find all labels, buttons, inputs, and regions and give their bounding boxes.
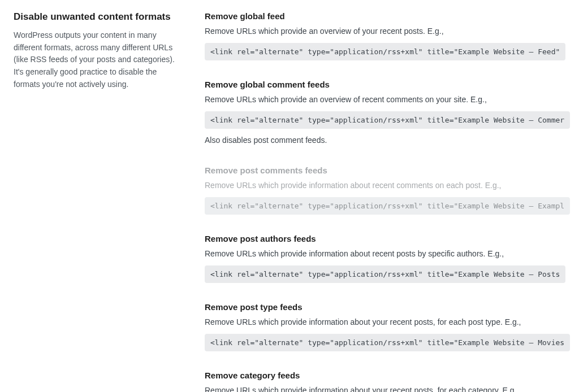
setting-description: Remove URLs which provide information ab… (205, 316, 570, 328)
setting-post-type-feeds: Remove post type feedsRemove URLs which … (205, 302, 565, 351)
setting-description: Remove URLs which provide information ab… (205, 385, 570, 392)
settings-list: Remove global feedRemove URLs which prov… (205, 11, 565, 392)
setting-title: Remove post comments feeds (205, 165, 570, 175)
setting-title: Remove post authors feeds (205, 234, 565, 243)
setting-title: Remove global feed (205, 11, 565, 21)
setting-category-feeds: Remove category feedsRemove URLs which p… (205, 371, 565, 392)
setting-global-feed: Remove global feedRemove URLs which prov… (205, 11, 565, 60)
setting-description: Remove URLs which provide information ab… (205, 180, 570, 191)
setting-code-example: <link rel="alternate" type="application/… (205, 111, 570, 129)
setting-title: Remove global comment feeds (205, 80, 570, 89)
setting-post-authors-feeds: Remove post authors feedsRemove URLs whi… (205, 234, 565, 283)
setting-code-example: <link rel="alternate" type="application/… (205, 197, 570, 215)
setting-global-comment-feeds: Remove global comment feedsRemove URLs w… (205, 80, 565, 146)
section-description: WordPress outputs your content in many d… (14, 29, 178, 90)
setting-code-example: <link rel="alternate" type="application/… (205, 265, 565, 283)
setting-code-example: <link rel="alternate" type="application/… (205, 43, 565, 60)
section-title: Disable unwanted content formats (14, 11, 178, 23)
setting-description: Remove URLs which provide information ab… (205, 248, 565, 260)
setting-description: Remove URLs which provide an overview of… (205, 94, 570, 106)
sidebar: Disable unwanted content formats WordPre… (14, 11, 178, 392)
setting-title: Remove post type feeds (205, 302, 570, 312)
setting-title: Remove category feeds (205, 371, 570, 380)
setting-post-comments-feeds: Remove post comments feedsRemove URLs wh… (205, 165, 565, 215)
setting-description: Remove URLs which provide an overview of… (205, 25, 565, 37)
setting-extra-note: Also disables post comment feeds. (205, 134, 570, 146)
setting-code-example: <link rel="alternate" type="application/… (205, 334, 570, 351)
